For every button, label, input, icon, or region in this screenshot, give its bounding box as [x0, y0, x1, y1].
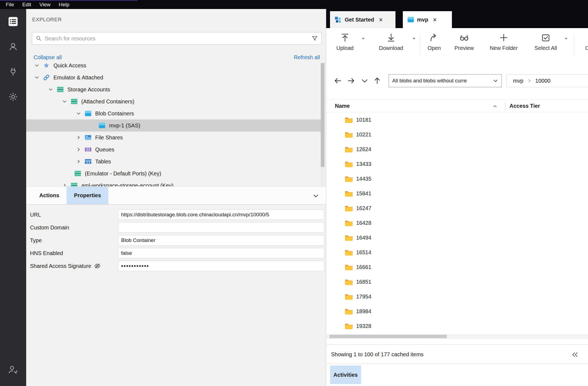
tree-item-mvp-1-sas[interactable]: mvp-1 (SAS) [26, 119, 321, 131]
history-chevron-down-icon[interactable] [361, 77, 369, 85]
menu-view[interactable]: View [35, 2, 55, 8]
folder-row[interactable]: 16494 [326, 230, 588, 245]
preview-button[interactable]: Preview [451, 32, 477, 51]
tab-mvp[interactable]: mvp [403, 11, 452, 28]
download-dropdown-caret-icon[interactable] [412, 36, 416, 41]
chevron-right-icon[interactable] [73, 159, 84, 164]
tab-actions[interactable]: Actions [32, 187, 67, 204]
tree-item-storage-accounts[interactable]: Storage Accounts [26, 83, 321, 95]
open-button[interactable]: Open [422, 32, 447, 51]
breadcrumb-current[interactable]: 10000 [535, 78, 551, 84]
blob-filter-dropdown[interactable]: All blobs and blobs without curre [389, 74, 502, 87]
refresh-all-link[interactable]: Refresh all [294, 54, 320, 61]
property-label-hns-enabled: HNS Enabled [30, 248, 112, 258]
chevron-down-icon[interactable] [32, 63, 42, 68]
tree-item-file-shares[interactable]: File Shares [26, 131, 321, 143]
folder-row[interactable]: 13433 [326, 157, 588, 171]
storage-account-icon [70, 182, 79, 186]
folder-icon [345, 249, 353, 256]
menu-bar: File Edit View Help [0, 0, 588, 9]
column-header-name[interactable]: Name [335, 100, 350, 112]
menu-edit[interactable]: Edit [18, 2, 35, 8]
back-arrow-icon[interactable] [334, 77, 342, 85]
folder-row[interactable]: 16661 [326, 260, 588, 274]
tree-item-emulator-default-ports[interactable]: (Emulator - Default Ports) (Key) [26, 167, 321, 179]
folder-row[interactable]: 16851 [326, 274, 588, 289]
plug-emulator-icon[interactable] [0, 59, 26, 84]
folder-row[interactable]: 19328 [326, 319, 588, 333]
chevron-down-icon[interactable] [73, 111, 84, 116]
upload-dropdown-caret-icon[interactable] [361, 36, 365, 41]
tree-item-label: Quick Access [53, 63, 86, 69]
folder-row[interactable]: 10181 [326, 112, 588, 127]
select-all-dropdown-caret-icon[interactable] [564, 36, 568, 41]
settings-gear-icon[interactable] [0, 84, 26, 109]
property-value-sas[interactable]: ••••••••••• [118, 261, 324, 271]
chevron-down-icon[interactable] [59, 99, 70, 104]
sort-ascending-icon[interactable] [493, 104, 497, 109]
horizontal-scrollbar[interactable] [326, 334, 588, 339]
chevron-right-icon[interactable] [59, 183, 70, 186]
folder-row[interactable]: 16514 [326, 245, 588, 260]
double-chevron-left-icon[interactable] [571, 351, 579, 358]
property-value-hns-enabled[interactable]: false [118, 248, 324, 258]
account-icon[interactable] [0, 34, 26, 59]
chevron-right-icon[interactable] [73, 147, 84, 152]
chevron-down-icon[interactable] [46, 87, 56, 92]
folder-row[interactable]: 18984 [326, 304, 588, 319]
folder-row[interactable]: 16247 [326, 201, 588, 216]
tab-activities[interactable]: Activities [330, 366, 361, 384]
breadcrumb-root[interactable]: mvp [513, 78, 523, 84]
folder-row[interactable]: 14435 [326, 171, 588, 186]
folder-row[interactable]: 10221 [326, 127, 588, 142]
column-header-access-tier[interactable]: Access Tier [509, 100, 540, 112]
folder-icon [345, 220, 353, 226]
tree-item-label: aml-workspace-storage-account (Key) [81, 182, 173, 187]
folder-row[interactable]: 17954 [326, 289, 588, 304]
explorer-icon[interactable] [0, 9, 26, 34]
tree-item-attached-containers[interactable]: (Attached Containers) [26, 95, 321, 107]
tab-get-started[interactable]: Get Started [330, 11, 395, 28]
horizontal-scrollbar-thumb[interactable] [329, 335, 447, 338]
download-button[interactable]: Download [377, 32, 405, 51]
folder-icon [345, 161, 353, 167]
select-all-button[interactable]: Select All [531, 32, 560, 51]
collapse-all-link[interactable]: Collapse all [34, 54, 62, 61]
filter-funnel-icon[interactable] [311, 35, 318, 42]
close-icon[interactable] [379, 17, 383, 22]
property-value-type[interactable]: Blob Container [118, 235, 324, 246]
feedback-icon[interactable] [0, 357, 26, 382]
tab-properties[interactable]: Properties [67, 187, 108, 204]
property-value-url[interactable]: https://distributestorage.blob.core.chin… [118, 210, 324, 220]
chevron-down-icon[interactable] [32, 75, 42, 80]
up-arrow-icon[interactable] [373, 77, 381, 85]
property-value-custom-domain[interactable] [118, 222, 324, 233]
new-folder-button[interactable]: New Folder [486, 32, 521, 51]
chevron-down-icon[interactable] [313, 193, 319, 199]
folder-row[interactable]: 16428 [326, 216, 588, 230]
forward-arrow-icon[interactable] [347, 77, 355, 85]
resource-search-box[interactable] [32, 32, 322, 45]
tree-scrollbar[interactable] [321, 63, 325, 186]
tree-item-aml-workspace-storage-account[interactable]: aml-workspace-storage-account (Key) [26, 179, 321, 186]
folder-row[interactable]: 15841 [326, 186, 588, 201]
search-input[interactable] [45, 35, 311, 42]
tree-scrollbar-thumb[interactable] [321, 63, 325, 167]
upload-button[interactable]: Upload [331, 32, 359, 51]
chevron-right-icon[interactable] [73, 135, 84, 140]
close-icon[interactable] [433, 17, 437, 22]
folder-row[interactable]: 12624 [326, 142, 588, 157]
tree-item-queues[interactable]: Queues [26, 143, 321, 155]
tree-item-tables[interactable]: Tables [26, 155, 321, 167]
copy-button[interactable]: Copy [577, 32, 588, 51]
menu-help[interactable]: Help [55, 2, 73, 8]
folder-icon [345, 131, 353, 138]
menu-file[interactable]: File [2, 2, 18, 8]
folder-icon [345, 293, 353, 300]
tree-item-blob-containers[interactable]: Blob Containers [26, 107, 321, 119]
tree-item-emulator-attached[interactable]: Emulator & Attached [26, 71, 321, 83]
column-divider[interactable] [505, 102, 505, 110]
tree-item-label: Queues [95, 146, 114, 153]
eye-slash-icon[interactable] [94, 263, 101, 269]
tree-item-quick-access[interactable]: Quick Access [26, 63, 321, 71]
